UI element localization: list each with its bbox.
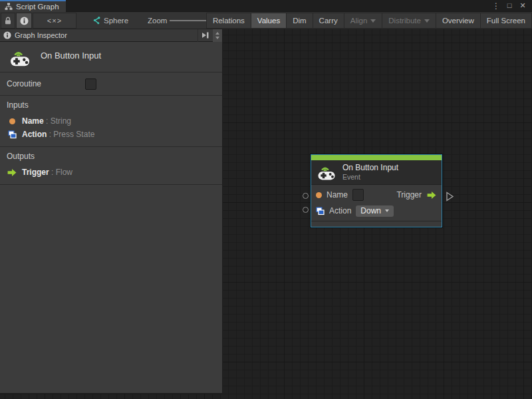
port-type: : String [46, 116, 71, 126]
distribute-button[interactable]: Distribute [382, 13, 436, 29]
values-label: Values [257, 17, 280, 25]
node-title: On Button Input [342, 164, 398, 173]
relations-label: Relations [213, 17, 245, 25]
inspector-title: Graph Inspector [15, 31, 67, 39]
lock-button[interactable] [1, 13, 15, 29]
fullscreen-button[interactable]: Full Screen [481, 13, 532, 29]
toolbar-right-group: Relations Values Dim Carry Align Distrib… [206, 13, 532, 29]
carry-button[interactable]: Carry [313, 13, 344, 29]
node-port-label: Action [329, 206, 351, 215]
input-row-name: Name : String [7, 114, 222, 128]
fullscreen-label: Full Screen [487, 17, 525, 25]
value-port-icon [9, 118, 15, 124]
align-button[interactable]: Align [344, 13, 383, 29]
info-button[interactable] [16, 13, 32, 29]
coroutine-label: Coroutine [7, 79, 41, 88]
value-port-icon[interactable] [316, 192, 322, 198]
spinner-up-icon [215, 32, 219, 35]
node-row-name: Name Trigger [316, 188, 437, 202]
inspector-empty-area [0, 185, 222, 393]
action-dropdown-value: Down [360, 206, 381, 215]
node-port-label: Trigger [396, 190, 422, 200]
toolbar: <×> Sphere Zoom 1x Relations Values Dim … [0, 12, 532, 29]
node-accent-bar [311, 155, 442, 160]
on-button-input-node[interactable]: On Button Input Event Name Trigger [311, 154, 442, 227]
tab-bar: Script Graph ⋮ □ ✕ [0, 0, 532, 12]
inputs-section: Inputs Name : String Action : Press Stat… [0, 96, 222, 147]
port-type: : Press State [49, 130, 95, 139]
enum-port-icon[interactable] [316, 207, 325, 215]
close-icon[interactable]: ✕ [517, 1, 528, 11]
graph-asset-icon [92, 17, 100, 25]
inspector-header: Graph Inspector [0, 29, 222, 42]
gamepad-icon [9, 49, 31, 67]
window-controls: ⋮ □ ✕ [491, 0, 532, 11]
port-type: : Flow [51, 168, 72, 177]
node-row-action: Action Down [316, 204, 437, 218]
align-label: Align [350, 17, 368, 25]
input-row-action: Action : Press State [7, 128, 222, 141]
node-port-label: Name [327, 190, 348, 200]
code-icon: <×> [47, 17, 62, 25]
relations-button[interactable]: Relations [206, 13, 251, 29]
node-subtitle: Event [342, 173, 398, 181]
name-input-field[interactable] [352, 189, 364, 201]
tab-label: Script Graph [16, 3, 59, 11]
unit-title: On Button Input [41, 49, 101, 61]
dropdown-arrow-icon [385, 209, 389, 212]
node-body: Name Trigger Action Down [311, 185, 442, 221]
info-icon [3, 31, 11, 39]
dim-label: Dim [293, 17, 306, 25]
dropdown-arrow-icon [370, 19, 376, 23]
inspector-header-icons [198, 29, 222, 42]
outputs-header: Outputs [7, 152, 222, 161]
node-footer [311, 221, 442, 227]
tab-script-graph[interactable]: Script Graph [0, 0, 66, 12]
maximize-icon[interactable]: □ [504, 1, 515, 11]
flow-arrow-icon [7, 169, 17, 176]
dim-button[interactable]: Dim [287, 13, 313, 29]
graph-inspector-panel: Graph Inspector [0, 29, 223, 394]
node-left-port-circle[interactable] [303, 193, 309, 199]
unit-title-section: On Button Input [0, 42, 222, 72]
script-graph-window: Script Graph ⋮ □ ✕ <×> [0, 0, 532, 399]
node-header: On Button Input Event [311, 160, 442, 185]
panel-spinner[interactable] [213, 29, 222, 42]
coroutine-checkbox[interactable] [85, 78, 96, 90]
window-menu-icon[interactable]: ⋮ [491, 1, 501, 11]
lock-icon [5, 17, 11, 25]
dropdown-arrow-icon [424, 19, 430, 23]
port-name: Action [22, 130, 47, 139]
flow-arrow-icon[interactable] [426, 192, 437, 199]
dock-panel-button[interactable] [198, 29, 213, 42]
port-name: Name [22, 116, 44, 126]
values-button[interactable]: Values [251, 13, 287, 29]
code-view-button[interactable]: <×> [33, 13, 76, 29]
dock-icon [202, 32, 209, 39]
overview-label: Overview [442, 17, 474, 25]
enum-port-icon [8, 130, 17, 139]
node-right-port-triangle[interactable] [446, 192, 454, 201]
node-left-port-circle[interactable] [303, 207, 309, 213]
info-icon [20, 17, 29, 25]
zoom-label: Zoom [148, 12, 167, 29]
coroutine-row: Coroutine [0, 72, 222, 96]
graph-hierarchy-icon [5, 3, 13, 11]
carry-label: Carry [319, 17, 338, 25]
overview-button[interactable]: Overview [436, 13, 481, 29]
distribute-label: Distribute [388, 17, 421, 25]
output-row-trigger: Trigger : Flow [7, 166, 222, 179]
inputs-header: Inputs [7, 100, 222, 110]
port-name: Trigger [22, 168, 49, 177]
outputs-section: Outputs Trigger : Flow [0, 147, 222, 185]
action-dropdown[interactable]: Down [356, 205, 394, 217]
spinner-down-icon [215, 37, 219, 39]
graph-name-label: Sphere [104, 12, 128, 29]
gamepad-icon [317, 164, 336, 181]
